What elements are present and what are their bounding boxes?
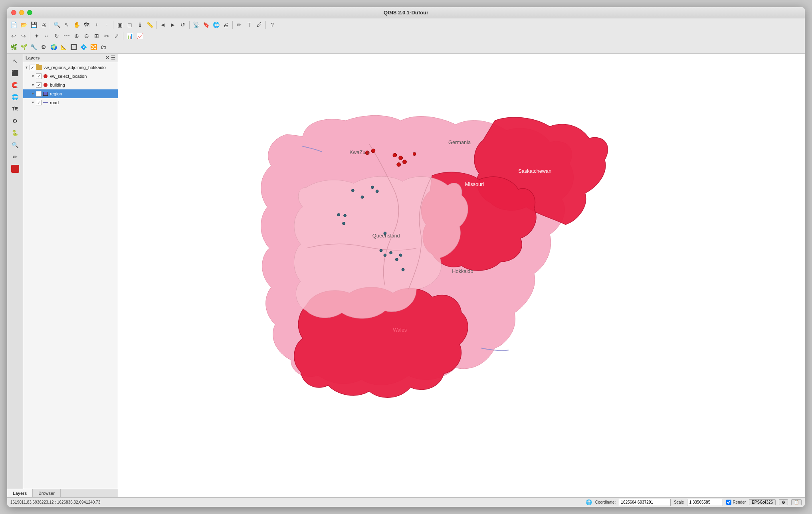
add-wms-button[interactable]: 🌐 (211, 20, 221, 30)
tool-snapping[interactable]: 🧲 (10, 79, 21, 91)
gps-button[interactable]: 📡 (191, 20, 201, 30)
select-button[interactable]: ▣ (115, 20, 125, 30)
map-area[interactable]: Saskatchewan Missouri Wales (118, 54, 805, 497)
minimize-button[interactable] (19, 10, 24, 15)
scale-input[interactable] (687, 499, 723, 506)
attr-table-button[interactable]: 📊 (125, 31, 135, 41)
zoom-prev-button[interactable]: ◄ (158, 20, 168, 30)
move-feature-button[interactable]: ↔ (42, 31, 51, 41)
tool-layer[interactable]: ⬛ (10, 67, 21, 79)
layers-header: Layers ✕ ☰ (23, 54, 118, 62)
deselect-button[interactable]: ◻ (125, 20, 135, 30)
cursor-button[interactable]: ↖ (62, 20, 71, 30)
separator-5 (232, 21, 233, 29)
coordinate-input[interactable] (619, 499, 671, 506)
svg-point-14 (380, 249, 382, 252)
zoom-in-button[interactable]: + (92, 20, 101, 30)
grass-btn-7[interactable]: 🔲 (69, 42, 78, 52)
zoom-next-button[interactable]: ► (168, 20, 178, 30)
map-svg: Saskatchewan Missouri Wales (118, 54, 805, 497)
grass-btn-3[interactable]: 🔧 (29, 42, 38, 52)
edit-node-button[interactable]: ✦ (32, 31, 42, 41)
open-project-button[interactable]: 📂 (19, 20, 28, 30)
label-missouri: Missouri (465, 181, 484, 187)
tool-custom[interactable]: ✏ (10, 151, 21, 162)
help-button[interactable]: ? (267, 20, 277, 30)
maximize-button[interactable] (27, 10, 32, 15)
close-button[interactable] (11, 10, 16, 15)
new-print-button[interactable]: 🖨 (221, 20, 231, 30)
layer-expand-region[interactable]: ▼ (31, 92, 36, 96)
split-button[interactable]: ✂ (102, 31, 111, 41)
separator-7 (30, 32, 30, 40)
rotate-feature-button[interactable]: ↻ (52, 31, 61, 41)
edit-redo-button[interactable]: ↪ (19, 31, 28, 41)
layer-check-region[interactable]: ✓ (36, 91, 42, 97)
label-button[interactable]: T (244, 20, 254, 30)
tab-browser[interactable]: Browser (33, 489, 60, 497)
layer-expand-vw-select[interactable]: ▼ (31, 74, 36, 78)
grass-btn-9[interactable]: 🔀 (89, 42, 98, 52)
layers-panel: Layers ✕ ☰ ▼ ✓ (23, 54, 118, 489)
simplify-button[interactable]: 〰 (62, 31, 71, 41)
pan-map-button[interactable]: 🗺 (82, 20, 91, 30)
render-checkbox[interactable] (726, 500, 731, 505)
layer-check-vw-regions[interactable]: ✓ (30, 65, 35, 70)
del-ring-button[interactable]: ⊖ (82, 31, 91, 41)
window-controls (11, 10, 32, 15)
identify-button[interactable]: ℹ (135, 20, 145, 30)
layer-item-road[interactable]: ▼ ✓ road (23, 98, 118, 107)
layer-check-road[interactable]: ✓ (36, 100, 42, 105)
layer-expand-vw-regions[interactable]: ▼ (25, 65, 30, 69)
grass-btn-5[interactable]: 🌍 (49, 42, 58, 52)
pan-button[interactable]: ✋ (72, 20, 81, 30)
layer-expand-road[interactable]: ▼ (31, 101, 36, 105)
tool-cursor[interactable]: ↖ (10, 55, 21, 67)
tool-red-square[interactable] (11, 165, 19, 173)
layer-item-region[interactable]: ▼ ✓ region (23, 89, 118, 98)
grass-btn-6[interactable]: 📐 (59, 42, 68, 52)
refresh-button[interactable]: ↺ (178, 20, 188, 30)
zoom-full-button[interactable]: 🔍 (52, 20, 61, 30)
grass-btn-4[interactable]: ⚙ (39, 42, 48, 52)
epsg-button[interactable]: EPSG:4326 (749, 499, 776, 505)
layers-options-icon[interactable]: ☰ (111, 55, 115, 61)
edit-undo-button[interactable]: ↩ (9, 31, 18, 41)
tool-processing[interactable]: ⚙ (10, 115, 21, 127)
grass-btn-10[interactable]: 🗂 (99, 42, 108, 52)
grass-btn-8[interactable]: 💠 (79, 42, 88, 52)
add-ring-button[interactable]: ⊕ (72, 31, 81, 41)
zoom-out-button[interactable]: - (102, 20, 111, 30)
bookmarks-button[interactable]: 🔖 (201, 20, 211, 30)
layer-list: ▼ ✓ vw_regions_adjoining_hokkaido ▼ ✓ (23, 62, 118, 489)
stats-button[interactable]: 📈 (135, 31, 145, 41)
save-as-button[interactable]: 🖨 (39, 20, 48, 30)
layer-name-region: region (50, 91, 62, 96)
grass-btn-1[interactable]: 🌿 (9, 42, 18, 52)
measure-button[interactable]: 📏 (145, 20, 154, 30)
grass-btn-2[interactable]: 🌱 (19, 42, 28, 52)
new-project-button[interactable]: 📄 (9, 20, 18, 30)
tool-search[interactable]: 🔍 (10, 139, 21, 150)
layer-expand-building[interactable]: ▼ (31, 83, 36, 87)
tool-browser[interactable]: 🌐 (10, 91, 21, 103)
layers-close-icon[interactable]: ✕ (105, 55, 109, 61)
layer-check-vw-select[interactable]: ✓ (36, 73, 42, 79)
svg-point-4 (403, 160, 407, 164)
add-part-button[interactable]: ⊞ (92, 31, 101, 41)
save-project-button[interactable]: 💾 (29, 20, 38, 30)
svg-point-11 (337, 214, 340, 216)
layer-item-building[interactable]: ▼ ✓ building (23, 81, 118, 89)
layer-item-vw-regions[interactable]: ▼ ✓ vw_regions_adjoining_hokkaido (23, 63, 118, 72)
main-area: ↖ ⬛ 🧲 🌐 🗺 ⚙ 🐍 🔍 ✏ Layers ✕ (7, 54, 805, 497)
settings-button[interactable]: ⚙ (779, 499, 788, 505)
log-button[interactable]: 📋 (791, 499, 802, 505)
layer-check-building[interactable]: ✓ (36, 82, 42, 88)
layer-item-vw-select[interactable]: ▼ ✓ vw_select_location (23, 72, 118, 81)
annotation-button[interactable]: 🖊 (254, 20, 264, 30)
digitize-button[interactable]: ✏ (234, 20, 244, 30)
tool-globe[interactable]: 🗺 (10, 103, 21, 115)
tab-layers[interactable]: Layers (7, 489, 33, 497)
tool-python[interactable]: 🐍 (10, 127, 21, 138)
offset-button[interactable]: ⤢ (112, 31, 121, 41)
